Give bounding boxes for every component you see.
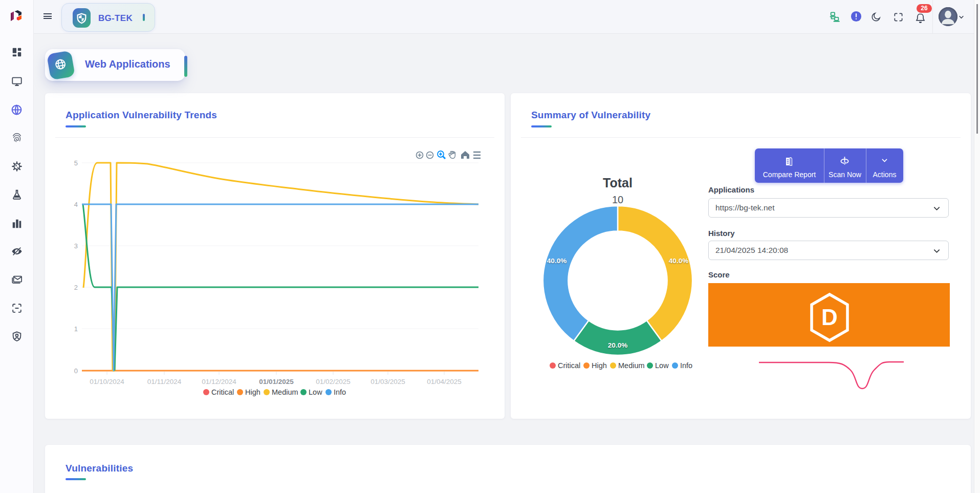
svg-text:High: High (245, 388, 260, 396)
svg-text:2: 2 (74, 284, 78, 291)
svg-text:40.0%: 40.0% (669, 257, 688, 265)
svg-text:High: High (592, 361, 607, 370)
svg-text:20.0%: 20.0% (608, 341, 627, 349)
svg-text:01/01/2025: 01/01/2025 (259, 378, 294, 385)
svg-text:Critical: Critical (558, 361, 580, 370)
svg-text:5: 5 (74, 159, 78, 167)
svg-text:Info: Info (680, 361, 692, 370)
svg-text:1: 1 (74, 325, 78, 333)
svg-text:0: 0 (74, 367, 78, 375)
svg-text:01/12/2024: 01/12/2024 (202, 378, 236, 385)
svg-text:4: 4 (74, 201, 78, 208)
svg-text:01/11/2024: 01/11/2024 (147, 378, 182, 385)
svg-text:01/03/2025: 01/03/2025 (371, 378, 405, 385)
svg-text:Low: Low (655, 361, 669, 370)
svg-text:D: D (821, 305, 838, 330)
svg-text:Critical: Critical (211, 388, 234, 396)
svg-text:01/04/2025: 01/04/2025 (427, 378, 462, 385)
svg-text:Low: Low (309, 388, 322, 396)
svg-text:40.0%: 40.0% (547, 257, 567, 265)
svg-text:Medium: Medium (272, 388, 298, 396)
svg-text:01/02/2025: 01/02/2025 (316, 378, 351, 385)
svg-text:Info: Info (334, 388, 346, 396)
svg-text:Medium: Medium (618, 361, 645, 370)
svg-text:01/10/2024: 01/10/2024 (90, 378, 124, 385)
svg-text:3: 3 (74, 242, 78, 250)
